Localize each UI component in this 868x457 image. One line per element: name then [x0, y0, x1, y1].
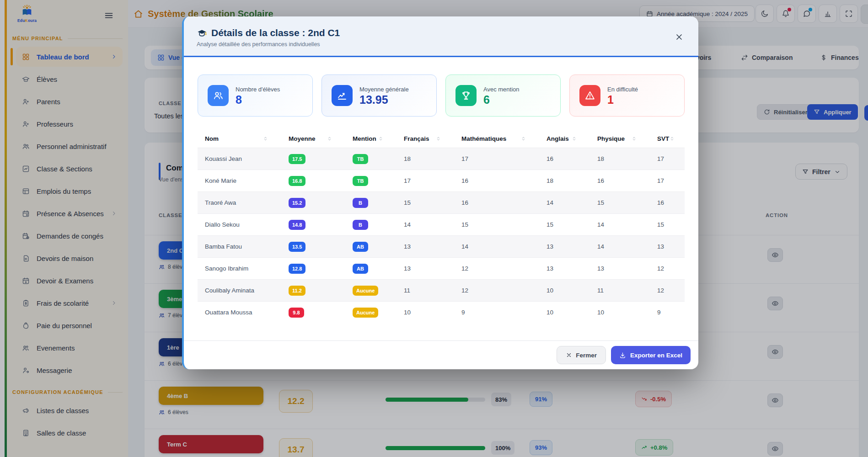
- student-average: 15.2: [281, 192, 345, 214]
- student-average: 14.8: [281, 214, 345, 236]
- grade-cell: 11: [396, 280, 454, 302]
- column-header-moyenne[interactable]: Moyenne: [281, 129, 345, 148]
- grade-cell: 18: [590, 148, 650, 170]
- student-name: Diallo Sekou: [198, 214, 281, 236]
- users-card-icon: [213, 90, 224, 101]
- column-header-mathematiques[interactable]: Mathématiques: [454, 129, 539, 148]
- column-label: SVT: [657, 135, 669, 142]
- student-name: Sanogo Ibrahim: [198, 258, 281, 280]
- stat-value: 1: [607, 94, 638, 106]
- modal-title: Détails de la classe : 2nd C1: [197, 27, 686, 38]
- student-average: 13.5: [281, 236, 345, 258]
- modal-header: Détails de la classe : 2nd C1 Analyse dé…: [184, 16, 698, 57]
- grade-cell: 16: [650, 192, 685, 214]
- stat-value: 8: [236, 94, 280, 106]
- student-mention: AB: [345, 258, 396, 280]
- grade-cell: 17: [396, 170, 454, 192]
- sort-icon: [571, 136, 577, 142]
- warning-icon: [584, 90, 595, 101]
- student-row-ouattara-moussa: Ouattara Moussa9.8Aucune10910109: [198, 302, 685, 324]
- trophy-icon: [461, 90, 472, 101]
- grade-cell: 12: [650, 258, 685, 280]
- modal-footer: Fermer Exporter en Excel: [184, 340, 698, 369]
- column-header-physique[interactable]: Physique: [590, 129, 650, 148]
- column-header-mention[interactable]: Mention: [345, 129, 396, 148]
- grade-cell: 14: [590, 236, 650, 258]
- grade-cell: 14: [590, 214, 650, 236]
- student-mention: Aucune: [345, 302, 396, 324]
- grade-cell: 14: [539, 192, 590, 214]
- stat-card-en-difficulte: En difficulté1: [569, 74, 685, 117]
- grade-cell: 15: [590, 192, 650, 214]
- student-name: Traoré Awa: [198, 192, 281, 214]
- stat-card-nombre-d-eleves: Nombre d'élèves8: [198, 74, 313, 117]
- graduation-cap-icon: [197, 28, 207, 38]
- sort-icon: [263, 136, 268, 142]
- student-name: Ouattara Moussa: [198, 302, 281, 324]
- student-average: 9.8: [281, 302, 345, 324]
- student-row-kone-marie: Koné Marie16.8TB1716181617: [198, 170, 685, 192]
- column-header-francais[interactable]: Français: [396, 129, 454, 148]
- grade-cell: 12: [454, 280, 539, 302]
- grade-cell: 15: [396, 192, 454, 214]
- stat-icon-box: [455, 85, 477, 106]
- app-screen: EduKoura MÉNU PRINCIPALTableau de bordÉl…: [0, 0, 868, 457]
- modal-body: Nombre d'élèves8Moyenne générale13.95Ave…: [184, 57, 698, 340]
- column-label: Anglais: [547, 135, 569, 142]
- grade-cell: 16: [590, 170, 650, 192]
- export-excel-button[interactable]: Exporter en Excel: [611, 346, 691, 364]
- student-mention: Aucune: [345, 280, 396, 302]
- sort-icon: [378, 136, 384, 142]
- student-name: Coulibaly Aminata: [198, 280, 281, 302]
- sort-icon: [435, 136, 441, 142]
- student-average: 12.8: [281, 258, 345, 280]
- column-header-svt[interactable]: SVT: [650, 129, 685, 148]
- sort-icon: [520, 136, 526, 142]
- stat-label: Nombre d'élèves: [236, 86, 280, 93]
- grade-cell: 13: [396, 236, 454, 258]
- grade-cell: 10: [590, 302, 650, 324]
- student-name: Kouassi Jean: [198, 148, 281, 170]
- modal-close-icon-button[interactable]: [675, 31, 686, 43]
- grade-cell: 18: [396, 148, 454, 170]
- grade-cell: 13: [590, 258, 650, 280]
- student-row-bamba-fatou: Bamba Fatou13.5AB1314131413: [198, 236, 685, 258]
- column-label: Moyenne: [289, 135, 316, 142]
- stat-icon-box: [579, 85, 600, 106]
- stat-label: Avec mention: [483, 86, 520, 93]
- class-details-modal: Détails de la classe : 2nd C1 Analyse dé…: [182, 16, 698, 369]
- stat-label: Moyenne générale: [359, 86, 409, 93]
- student-name: Bamba Fatou: [198, 236, 281, 258]
- table-header-row: NomMoyenneMentionFrançaisMathématiquesAn…: [198, 129, 685, 148]
- student-row-kouassi-jean: Kouassi Jean17.5TB1817161817: [198, 148, 685, 170]
- grade-cell: 16: [539, 148, 590, 170]
- modal-subtitle: Analyse détaillée des performances indiv…: [197, 41, 686, 48]
- grade-cell: 17: [650, 170, 685, 192]
- column-label: Français: [404, 135, 429, 142]
- grade-cell: 13: [539, 236, 590, 258]
- column-header-anglais[interactable]: Anglais: [539, 129, 590, 148]
- grade-cell: 12: [454, 258, 539, 280]
- column-header-nom[interactable]: Nom: [198, 129, 281, 148]
- grade-cell: 13: [539, 258, 590, 280]
- column-label: Mention: [353, 135, 376, 142]
- student-row-sanogo-ibrahim: Sanogo Ibrahim12.8AB1312131312: [198, 258, 685, 280]
- stat-icon-box: [332, 85, 353, 106]
- close-button[interactable]: Fermer: [557, 346, 606, 364]
- student-average: 16.8: [281, 170, 345, 192]
- column-label: Mathématiques: [461, 135, 506, 142]
- students-grades-table: NomMoyenneMentionFrançaisMathématiquesAn…: [198, 129, 685, 323]
- student-mention: TB: [345, 170, 396, 192]
- grade-cell: 18: [539, 170, 590, 192]
- column-label: Physique: [597, 135, 625, 142]
- student-average: 17.5: [281, 148, 345, 170]
- stat-label: En difficulté: [607, 86, 638, 93]
- stat-icon-box: [208, 85, 229, 106]
- grade-cell: 15: [454, 214, 539, 236]
- grade-cell: 14: [396, 214, 454, 236]
- grade-cell: 9: [454, 302, 539, 324]
- grade-cell: 13: [396, 258, 454, 280]
- column-label: Nom: [205, 135, 219, 142]
- stat-value: 13.95: [359, 94, 409, 106]
- stat-card-moyenne-generale: Moyenne générale13.95: [321, 74, 437, 117]
